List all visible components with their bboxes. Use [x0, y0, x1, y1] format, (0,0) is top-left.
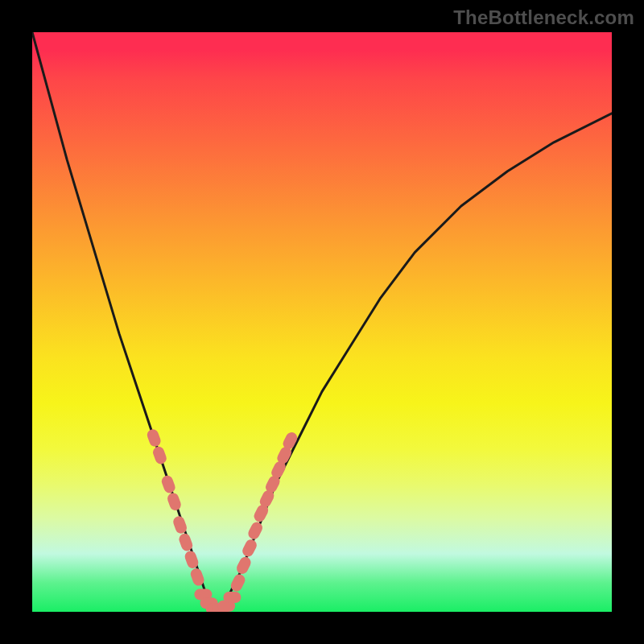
- curve-marker: [223, 592, 241, 603]
- chart-svg: [32, 32, 612, 612]
- bottleneck-curve-path: [32, 32, 612, 612]
- curve-marker: [151, 445, 168, 465]
- plot-area: [32, 32, 612, 612]
- curve-marker: [246, 520, 264, 541]
- curve-marker: [160, 474, 177, 494]
- watermark-text: TheBottleneck.com: [453, 6, 634, 29]
- curve-marker: [235, 555, 253, 576]
- curve-marker: [241, 538, 258, 559]
- marker-group: [146, 427, 299, 612]
- curve-marker: [166, 491, 183, 511]
- chart-container: TheBottleneck.com: [0, 0, 644, 644]
- curve-marker: [146, 427, 163, 448]
